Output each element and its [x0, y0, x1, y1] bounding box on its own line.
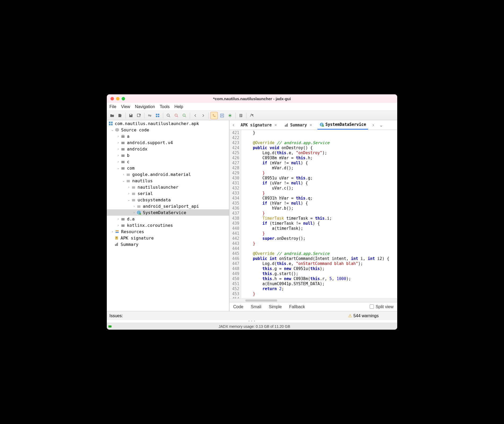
flatten-icon[interactable]: [154, 112, 161, 119]
quark-icon[interactable]: [218, 112, 226, 119]
debug-icon[interactable]: [226, 112, 234, 119]
tree-label: android.support.v4: [127, 140, 173, 145]
twisty-icon[interactable]: ›: [116, 217, 120, 221]
tree-pkg-nautiluslauncher[interactable]: ›nautiluslauncher: [107, 184, 229, 190]
close-icon[interactable]: [110, 97, 114, 100]
horizontal-scrollbar[interactable]: [229, 298, 397, 302]
tab-prev-icon[interactable]: ‹: [232, 122, 235, 128]
menu-help[interactable]: Help: [174, 104, 183, 109]
summary-icon: [284, 123, 289, 127]
back-icon[interactable]: [192, 112, 199, 119]
twisty-icon[interactable]: ›: [116, 134, 120, 138]
menu-view[interactable]: View: [121, 104, 130, 109]
tree-pkg-kotlinx[interactable]: ›kotlinx.coroutines: [107, 222, 229, 228]
separator: [190, 113, 190, 118]
twisty-icon[interactable]: ›: [127, 192, 131, 195]
search-text-icon[interactable]: [181, 112, 188, 119]
tree-root[interactable]: com.nautilus.nautiluslauncher.apk: [107, 120, 229, 127]
twisty-icon[interactable]: ›: [110, 230, 114, 233]
resize-grip-icon[interactable]: • • •: [107, 320, 397, 323]
code-editor[interactable]: 4214224234244254264274284294304314324334…: [229, 130, 397, 298]
package-icon: [131, 185, 136, 189]
menu-tools[interactable]: Tools: [160, 104, 170, 109]
split-view-label: Split view: [375, 304, 394, 309]
twisty-icon[interactable]: ›: [132, 211, 136, 214]
tree-summary[interactable]: Summary: [107, 241, 229, 248]
tree-pkg-androidx[interactable]: ›androidx: [107, 146, 229, 152]
tree-apk-signature[interactable]: APK signature: [107, 235, 229, 241]
main-split: com.nautilus.nautiluslauncher.apk ⌄Sourc…: [107, 120, 397, 311]
twisty-icon[interactable]: ›: [116, 153, 120, 157]
search-class-icon[interactable]: [173, 112, 180, 119]
twisty-icon[interactable]: ⌄: [110, 128, 114, 132]
split-view-checkbox[interactable]: Split view: [370, 304, 394, 309]
twisty-icon[interactable]: ›: [116, 141, 120, 144]
tree-pkg-google-material[interactable]: ›google.android.material: [107, 171, 229, 178]
tab-next-icon[interactable]: ›: [371, 122, 375, 128]
checkbox-icon[interactable]: [370, 304, 374, 309]
add-file-icon[interactable]: [116, 112, 124, 119]
twisty-icon[interactable]: ›: [127, 185, 131, 189]
log-icon[interactable]: [237, 112, 245, 119]
warnings-count[interactable]: 544 warnings: [353, 313, 379, 318]
settings-icon[interactable]: [248, 112, 255, 119]
svg-rect-16: [111, 122, 113, 123]
twisty-icon[interactable]: ⌄: [116, 166, 120, 170]
twisty-icon[interactable]: ›: [122, 173, 125, 176]
package-icon: [131, 197, 136, 202]
tree-resources[interactable]: ›Resources: [107, 228, 229, 235]
code-text[interactable]: } @Override // android.app.Service publi…: [241, 130, 397, 298]
tree-pkg-android-support[interactable]: ›android.support.v4: [107, 139, 229, 146]
twisty-icon[interactable]: ›: [116, 147, 120, 151]
sync-icon[interactable]: [146, 112, 153, 119]
menu-file[interactable]: File: [109, 104, 116, 109]
tree-pkg-ucbsystemdata[interactable]: ⌄ucbsystemdata: [107, 197, 229, 203]
twisty-icon[interactable]: ⌄: [127, 198, 131, 202]
tree-source-code[interactable]: ⌄Source code: [107, 127, 229, 133]
titlebar: *com.nautilus.nautiluslauncher - jadx-gu…: [107, 94, 397, 103]
open-icon[interactable]: [108, 112, 116, 119]
deobfuscate-icon[interactable]: [210, 112, 218, 119]
save-icon[interactable]: [127, 112, 135, 119]
close-icon[interactable]: ×: [310, 122, 312, 127]
package-icon: [121, 159, 125, 164]
tree-label: c: [127, 159, 130, 164]
tab-systemdataservice[interactable]: C SystemDataService: [317, 120, 368, 130]
tree-pkg-a[interactable]: ›a: [107, 133, 229, 139]
menu-navigation[interactable]: Navigation: [135, 104, 155, 109]
scrollbar-thumb[interactable]: [245, 299, 277, 302]
tree-pkg-d-a[interactable]: ›d.a: [107, 216, 229, 222]
tree-label: SystemDataService: [143, 210, 186, 215]
viewtab-smali[interactable]: Smali: [251, 304, 261, 309]
twisty-icon[interactable]: ›: [116, 223, 120, 227]
twisty-icon[interactable]: ›: [116, 160, 120, 164]
svg-rect-21: [121, 148, 125, 151]
search-icon[interactable]: [165, 112, 172, 119]
tree-label: Source code: [121, 127, 149, 132]
tab-menu-icon[interactable]: ⌄: [378, 122, 384, 128]
tree-class-systemdataservice[interactable]: ›CSystemDataService: [107, 209, 229, 216]
svg-point-6: [167, 114, 169, 116]
package-icon: [121, 166, 125, 170]
minimize-icon[interactable]: [116, 97, 120, 100]
twisty-icon[interactable]: ⌄: [122, 179, 125, 183]
tree-pkg-b[interactable]: ›b: [107, 152, 229, 158]
tree-pkg-serial[interactable]: ›serial: [107, 190, 229, 197]
tab-apk-signature[interactable]: APK signature ×: [238, 120, 279, 130]
tree-pkg-com[interactable]: ⌄com: [107, 165, 229, 171]
tree-pkg-android-serialport[interactable]: ›android_serialport_api: [107, 203, 229, 209]
viewtab-simple[interactable]: Simple: [269, 304, 282, 309]
tab-summary[interactable]: Summary ×: [282, 120, 314, 130]
tree-pkg-nautilus[interactable]: ⌄nautilus: [107, 178, 229, 184]
viewtab-fallback[interactable]: Fallback: [289, 304, 305, 309]
project-tree[interactable]: com.nautilus.nautiluslauncher.apk ⌄Sourc…: [107, 120, 229, 311]
svg-rect-19: [121, 135, 125, 138]
export-icon[interactable]: [135, 112, 143, 119]
svg-rect-17: [109, 124, 110, 125]
viewtab-code[interactable]: Code: [233, 304, 243, 309]
forward-icon[interactable]: [200, 112, 207, 119]
maximize-icon[interactable]: [122, 97, 125, 100]
twisty-icon[interactable]: ›: [132, 204, 136, 208]
tree-pkg-c[interactable]: ›c: [107, 158, 229, 165]
close-icon[interactable]: ×: [274, 122, 277, 127]
